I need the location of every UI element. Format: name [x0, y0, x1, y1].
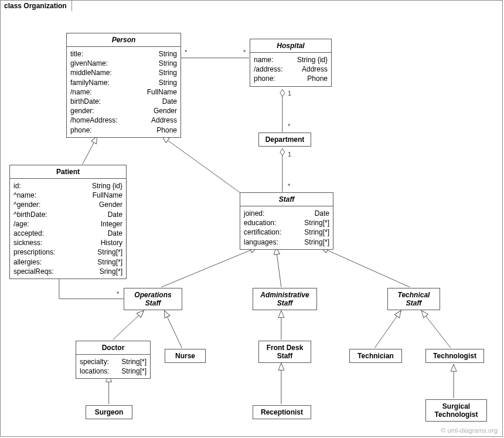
attr-row: phone:Phone: [70, 125, 177, 135]
class-staff: Staff joined:Dateeducation:String[*]cert…: [240, 192, 333, 250]
class-nurse: Nurse: [165, 349, 206, 363]
class-title: Receptionist: [253, 406, 311, 419]
attr-row: accepted:Date: [13, 229, 122, 238]
mult-dept-staff-bottom: *: [288, 182, 290, 189]
mult-person-hospital-left: *: [185, 49, 187, 56]
mult-hospital-dept-top: 1: [288, 90, 291, 97]
attr-row: ^birthDate:Date: [13, 210, 122, 219]
attr-row: givenName:String: [70, 59, 177, 68]
class-title: Patient: [10, 165, 126, 178]
svg-line-5: [161, 247, 257, 287]
class-surgical-technologist: Surgical Technologist: [425, 399, 487, 422]
class-title: Front Desk Staff: [259, 341, 311, 362]
attr-row: specialReqs:Sring[*]: [13, 267, 122, 276]
attr-row: certification:String[*]: [244, 228, 329, 237]
attr-row: id:String {id}: [13, 181, 122, 191]
credit-text: © uml-diagrams.org: [441, 427, 498, 434]
class-title: Operations Staff: [124, 288, 182, 310]
class-technician: Technician: [349, 349, 402, 363]
class-title: Hospital: [250, 39, 331, 52]
attr-row: specialty:String[*]: [80, 357, 147, 366]
diagram-frame: class Organization: [0, 0, 503, 437]
svg-line-6: [276, 247, 281, 287]
attr-row: ^name:FullName: [13, 191, 122, 200]
attr-row: allergies:String[*]: [13, 257, 122, 267]
class-title: Staff: [240, 193, 333, 206]
attr-row: prescriptions:String[*]: [13, 247, 122, 257]
attr-row: education:String[*]: [244, 218, 329, 228]
class-title: Surgeon: [86, 406, 132, 419]
attr-row: joined:Date: [244, 209, 329, 218]
class-surgeon: Surgeon: [86, 405, 132, 419]
class-attrs: name:String {id}/address:Addressphone:Ph…: [250, 53, 331, 86]
class-title: Administrative Staff: [253, 288, 316, 310]
class-person: Person title:StringgivenName:Stringmiddl…: [66, 33, 181, 138]
attr-row: middleName:String: [70, 68, 177, 77]
frame-label: class Organization: [0, 0, 72, 11]
class-front-desk-staff: Front Desk Staff: [258, 341, 311, 363]
class-technologist: Technologist: [425, 349, 484, 363]
class-attrs: joined:Dateeducation:String[*]certificat…: [240, 206, 333, 249]
class-title: Doctor: [76, 341, 150, 354]
mult-hospital-dept-bottom: *: [288, 123, 290, 130]
class-attrs: title:StringgivenName:StringmiddleName:S…: [67, 47, 181, 137]
class-hospital: Hospital name:String {id}/address:Addres…: [250, 39, 332, 87]
svg-line-11: [374, 311, 401, 348]
svg-line-7: [321, 247, 410, 287]
attr-row: phone:Phone: [254, 74, 328, 83]
attr-row: sickness:History: [13, 238, 122, 247]
svg-line-8: [113, 311, 144, 340]
class-operations-staff: Operations Staff: [124, 288, 182, 310]
attr-row: ^gender:Gender: [13, 200, 122, 209]
class-title: Technologist: [426, 349, 483, 362]
svg-line-9: [164, 311, 182, 348]
class-technical-staff: Technical Staff: [387, 288, 440, 310]
class-title: Nurse: [165, 349, 205, 362]
attr-row: languages:String[*]: [244, 237, 329, 247]
class-title: Technical Staff: [388, 288, 440, 310]
class-department: Department: [258, 133, 311, 147]
class-patient: Patient id:String {id}^name:FullName^gen…: [9, 165, 127, 279]
mult-person-hospital-right: *: [243, 49, 246, 56]
attr-row: /name:FullName: [70, 87, 177, 97]
mult-patient-ops-right: *: [117, 290, 119, 297]
class-attrs: id:String {id}^name:FullName^gender:Gend…: [10, 179, 126, 279]
class-attrs: specialty:String[*]locations:String[*]: [76, 355, 150, 378]
svg-line-3: [83, 136, 97, 164]
class-title: Department: [259, 133, 311, 146]
class-title: Technician: [350, 349, 401, 362]
attr-row: familyName:String: [70, 78, 177, 87]
attr-row: title:String: [70, 49, 177, 59]
attr-row: /homeAddress:Address: [70, 116, 177, 125]
attr-row: gender:Gender: [70, 106, 177, 116]
svg-line-12: [421, 311, 451, 348]
attr-row: locations:String[*]: [80, 366, 147, 376]
attr-row: /address:Address: [254, 64, 328, 74]
svg-line-4: [162, 136, 246, 197]
class-doctor: Doctor specialty:String[*]locations:Stri…: [76, 341, 151, 379]
class-receptionist: Receptionist: [253, 405, 311, 419]
class-administrative-staff: Administrative Staff: [253, 288, 317, 310]
class-title: Surgical Technologist: [426, 400, 486, 421]
mult-dept-staff-top: 1: [288, 151, 291, 158]
class-title: Person: [67, 33, 181, 46]
attr-row: name:String {id}: [254, 55, 328, 64]
attr-row: /age:Integer: [13, 219, 122, 229]
attr-row: birthDate:Date: [70, 97, 177, 106]
